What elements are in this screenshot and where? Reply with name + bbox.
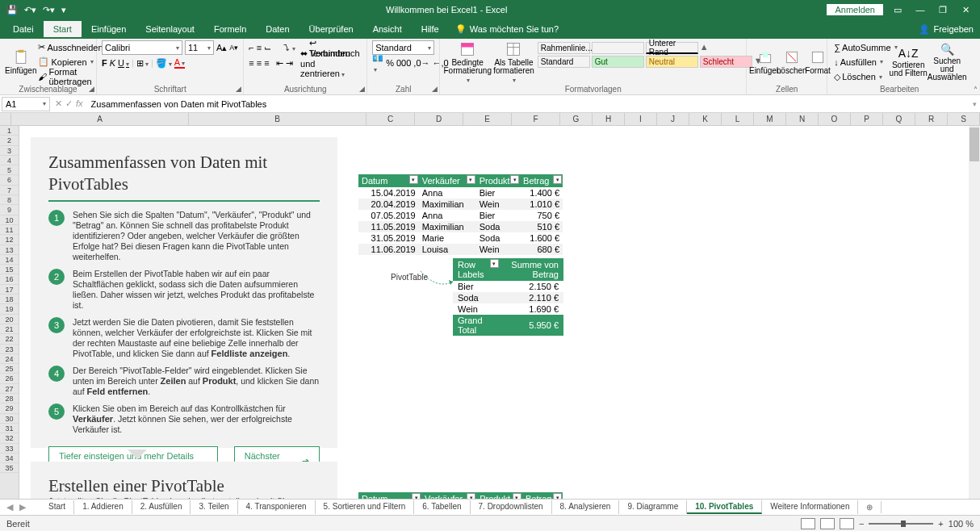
table-header[interactable]: Produkt▾ — [476, 174, 520, 187]
filter-icon[interactable]: ▾ — [467, 493, 475, 499]
table-header[interactable]: Produkt▾ — [476, 492, 522, 499]
sheet-tab[interactable]: 7. Dropdownlisten — [471, 500, 552, 514]
bold-button[interactable]: F — [102, 58, 107, 68]
col-header[interactable]: E — [463, 113, 512, 125]
thousands-icon[interactable]: 000 — [396, 58, 411, 68]
fill-button[interactable]: ↓Ausfüllen▾ — [832, 55, 889, 69]
increase-font-icon[interactable]: A▴ — [216, 43, 227, 53]
dialog-launcher-icon[interactable]: ◢ — [236, 85, 241, 93]
cut-button[interactable]: ✂Ausschneiden — [36, 40, 104, 54]
zoom-level[interactable]: 100 % — [949, 519, 974, 529]
undo-icon[interactable]: ↶▾ — [24, 5, 36, 15]
col-header[interactable]: F — [512, 113, 560, 125]
row-header[interactable]: 17 — [0, 285, 19, 295]
orientation-icon[interactable]: ⭝▾ — [282, 43, 295, 52]
maximize-icon[interactable]: ❐ — [936, 5, 949, 15]
col-header[interactable]: S — [948, 113, 980, 125]
filter-icon[interactable]: ▾ — [412, 493, 421, 499]
row-header[interactable]: 15 — [0, 265, 19, 274]
table-row[interactable]: 11.06.2019LouisaWein680 € — [358, 244, 563, 255]
zoom-in-icon[interactable]: + — [938, 519, 943, 529]
cell-style-gut[interactable]: Gut — [592, 56, 644, 68]
percent-icon[interactable]: % — [386, 58, 394, 68]
row-header[interactable]: 7 — [0, 186, 19, 195]
cell-style-schlecht[interactable]: Schlecht — [700, 56, 752, 68]
close-icon[interactable]: ✕ — [959, 5, 972, 15]
table-header[interactable]: Datum▾ — [358, 174, 419, 187]
dialog-launcher-icon[interactable]: ◢ — [359, 85, 365, 93]
currency-icon[interactable]: 💶▾ — [372, 53, 383, 73]
zoom-out-icon[interactable]: − — [859, 519, 864, 529]
tab-ansicht[interactable]: Ansicht — [363, 21, 412, 37]
table-row[interactable]: 15.04.2019AnnaBier1.400 € — [358, 187, 563, 199]
dialog-launcher-icon[interactable]: ◢ — [89, 85, 94, 93]
pivot-header[interactable]: Row Labels▾ — [453, 258, 500, 281]
table-row[interactable]: 31.05.2019MarieSoda1.600 € — [358, 232, 563, 244]
cell-style-standard[interactable]: Standard — [538, 56, 590, 68]
increase-indent-icon[interactable]: ⇥ — [286, 58, 293, 69]
pivot-header[interactable]: Summe von Betrag — [500, 258, 563, 281]
save-icon[interactable]: 💾 — [6, 5, 18, 15]
row-header[interactable]: 30 — [0, 414, 19, 424]
filter-icon[interactable]: ▾ — [513, 493, 521, 499]
col-header[interactable]: K — [689, 113, 722, 125]
row-header[interactable]: 5 — [0, 165, 19, 175]
row-header[interactable]: 4 — [0, 156, 19, 165]
filter-icon[interactable]: ▾ — [490, 259, 499, 268]
pivot-row[interactable]: Bier2.150 € — [453, 281, 563, 292]
fill-color-icon[interactable]: 🪣▾ — [156, 58, 172, 69]
worksheet-canvas[interactable]: Zusammenfassen von Daten mit PivotTables… — [19, 126, 980, 499]
insert-function-icon[interactable]: fx — [76, 98, 83, 109]
sample-data-table[interactable]: Datum▾Verkäufer▾Produkt▾Betrag▾15.04.201… — [358, 174, 563, 255]
row-header[interactable]: 26 — [0, 374, 19, 383]
new-sheet-button[interactable]: ⊕ — [858, 501, 882, 513]
minimize-icon[interactable]: — — [914, 5, 927, 15]
col-header[interactable]: L — [722, 113, 754, 125]
column-headers[interactable]: ABCDEFGHIJKLMNOPQRS — [0, 113, 980, 126]
table-row[interactable]: 07.05.2019AnnaBier750 € — [358, 210, 563, 221]
row-header[interactable]: 12 — [0, 235, 19, 245]
row-header[interactable]: 19 — [0, 304, 19, 314]
sheet-nav-next-icon[interactable]: ▶ — [19, 502, 26, 512]
expand-formula-icon[interactable]: ▾ — [973, 100, 977, 108]
normal-view-icon[interactable] — [801, 518, 815, 529]
ribbon-display-icon[interactable]: ▭ — [891, 5, 904, 15]
row-header[interactable]: 32 — [0, 433, 19, 443]
decrease-font-icon[interactable]: A▾ — [229, 44, 238, 52]
sheet-tab[interactable]: 3. Teilen — [191, 500, 237, 514]
zoom-slider[interactable] — [869, 523, 933, 525]
row-header[interactable]: 29 — [0, 403, 19, 413]
filter-icon[interactable]: ▾ — [553, 175, 562, 184]
redo-icon[interactable]: ↷▾ — [43, 5, 55, 15]
tab-seitenlayout[interactable]: Seitenlayout — [136, 21, 204, 37]
name-box[interactable]: A1▾ — [2, 97, 50, 111]
table-header[interactable]: Verkäufer▾ — [421, 492, 476, 499]
table-header[interactable]: Verkäufer▾ — [419, 174, 476, 187]
row-header[interactable]: 16 — [0, 274, 19, 284]
row-header[interactable]: 22 — [0, 334, 19, 344]
conditional-formatting-button[interactable]: Bedingte Formatierung▾ — [445, 40, 490, 84]
vertical-scrollbar[interactable] — [969, 126, 980, 499]
align-right-icon[interactable]: ≡ — [264, 58, 269, 68]
border-icon[interactable]: ⊞▾ — [136, 58, 149, 69]
col-header[interactable]: C — [366, 113, 415, 125]
align-bottom-icon[interactable]: ⌙ — [264, 43, 271, 53]
tab-formeln[interactable]: Formeln — [204, 21, 256, 37]
pivot-row[interactable]: Soda2.110 € — [453, 292, 563, 303]
tab-datei[interactable]: Datei — [3, 21, 44, 37]
sheet-tab[interactable]: 9. Diagramme — [619, 500, 687, 514]
row-header[interactable]: 2 — [0, 136, 19, 145]
col-header[interactable]: R — [915, 113, 948, 125]
align-top-icon[interactable]: ⌐ — [249, 43, 253, 52]
sheet-tab[interactable]: Start — [40, 500, 74, 514]
share-button[interactable]: 👤Freigeben — [919, 24, 974, 35]
row-header[interactable]: 33 — [0, 444, 19, 454]
delete-cells-button[interactable]: Löschen — [778, 40, 805, 84]
row-header[interactable]: 31 — [0, 424, 19, 433]
cell-style[interactable]: Unterer Rand — [646, 42, 698, 54]
cell-style-neutral[interactable]: Neutral — [646, 56, 698, 68]
autosum-button[interactable]: ∑AutoSumme▾ — [832, 40, 889, 54]
table-header[interactable]: Betrag▾ — [520, 174, 563, 187]
col-header[interactable]: D — [415, 113, 463, 125]
row-header[interactable]: 6 — [0, 175, 19, 185]
